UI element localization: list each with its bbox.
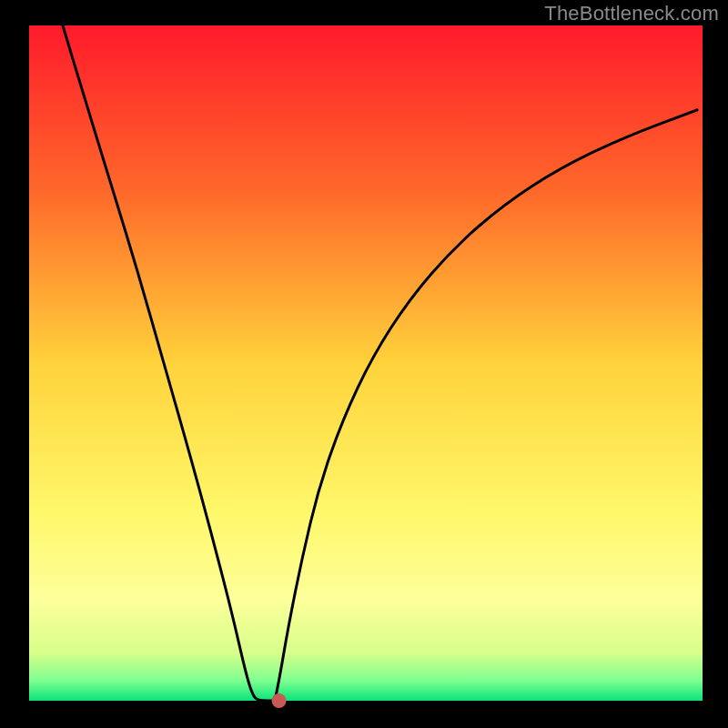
chart-frame: TheBottleneck.com — [0, 0, 728, 728]
watermark-text: TheBottleneck.com — [544, 2, 719, 25]
plot-background — [29, 25, 703, 701]
optimal-point-marker — [272, 693, 287, 708]
bottleneck-chart — [0, 0, 728, 728]
